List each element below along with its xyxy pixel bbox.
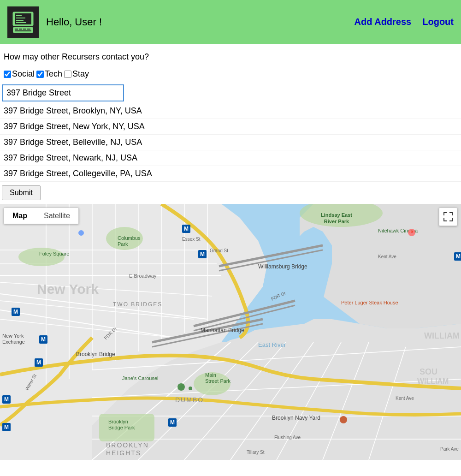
- svg-rect-2: [13, 27, 33, 33]
- app-logo: [7, 6, 39, 38]
- stay-checkbox-group: Stay: [64, 69, 89, 79]
- svg-text:Peter Luger Steak House: Peter Luger Steak House: [341, 300, 398, 305]
- svg-point-115: [177, 383, 185, 391]
- map-tabs: Map Satellite: [4, 208, 79, 224]
- svg-rect-9: [16, 18, 25, 18]
- svg-text:Park: Park: [118, 241, 128, 247]
- svg-rect-8: [16, 15, 22, 16]
- svg-rect-11: [16, 22, 26, 23]
- svg-text:Foley Square: Foley Square: [39, 251, 69, 256]
- stay-label: Stay: [72, 69, 89, 79]
- svg-rect-10: [16, 20, 24, 21]
- svg-rect-6: [27, 29, 30, 30]
- svg-point-116: [189, 387, 192, 390]
- svg-text:New York: New York: [37, 281, 99, 297]
- svg-text:Grand St: Grand St: [210, 248, 228, 253]
- map-container: Map Satellite: [0, 204, 461, 460]
- address-input-wrapper: [0, 83, 461, 103]
- svg-text:Park Ave: Park Ave: [440, 446, 459, 452]
- logout-link[interactable]: Logout: [422, 17, 454, 27]
- greeting-text: Hello, User !: [46, 16, 355, 28]
- svg-text:Brooklyn Navy Yard: Brooklyn Navy Yard: [272, 415, 320, 421]
- svg-text:Kent Ave: Kent Ave: [378, 254, 396, 259]
- svg-text:SOU: SOU: [420, 367, 437, 376]
- svg-text:M: M: [41, 336, 46, 343]
- svg-text:M: M: [4, 396, 9, 403]
- svg-text:Flushing Ave: Flushing Ave: [274, 435, 301, 440]
- svg-text:M: M: [184, 226, 189, 232]
- fullscreen-button[interactable]: [439, 208, 457, 226]
- map-tab-map[interactable]: Map: [4, 208, 35, 224]
- svg-rect-4: [19, 29, 22, 30]
- svg-text:WILLIAM: WILLIAM: [417, 377, 449, 385]
- social-checkbox-group: Social: [4, 69, 35, 79]
- map-svg: M M M M M M M M M Lindsay East River Par…: [0, 204, 461, 460]
- main-content: How may other Recursers contact you? Soc…: [0, 44, 461, 204]
- tech-checkbox-group: Tech: [36, 69, 62, 79]
- svg-text:Exchange: Exchange: [2, 339, 25, 345]
- svg-text:M: M: [13, 309, 18, 315]
- add-address-link[interactable]: Add Address: [355, 17, 412, 27]
- svg-text:M: M: [4, 424, 9, 430]
- contact-question-label: How may other Recursers contact you?: [0, 48, 461, 65]
- svg-text:Brooklyn: Brooklyn: [108, 419, 128, 424]
- header: Hello, User ! Add Address Logout: [0, 0, 461, 44]
- svg-text:M: M: [456, 253, 461, 260]
- svg-text:M: M: [170, 419, 175, 426]
- suggestion-item[interactable]: 397 Bridge Street, Brooklyn, NY, USA: [0, 103, 461, 119]
- svg-text:New York: New York: [2, 333, 24, 339]
- logo-icon: [11, 10, 35, 34]
- svg-text:Bridge Park: Bridge Park: [108, 425, 135, 430]
- stay-checkbox[interactable]: [64, 71, 71, 78]
- social-label: Social: [12, 69, 35, 79]
- svg-text:M: M: [36, 359, 41, 366]
- suggestion-item[interactable]: 397 Bridge Street, New York, NY, USA: [0, 119, 461, 135]
- svg-text:📍: 📍: [409, 230, 415, 236]
- suggestion-item[interactable]: 397 Bridge Street, Belleville, NJ, USA: [0, 135, 461, 150]
- tech-checkbox[interactable]: [36, 71, 44, 78]
- map-tab-satellite[interactable]: Satellite: [35, 208, 78, 224]
- svg-text:M: M: [200, 251, 205, 257]
- svg-text:Williamsburg Bridge: Williamsburg Bridge: [258, 263, 307, 270]
- svg-rect-7: [15, 30, 31, 31]
- svg-text:Kent Ave: Kent Ave: [396, 396, 414, 401]
- fullscreen-icon: [443, 212, 453, 222]
- svg-rect-3: [15, 29, 18, 30]
- svg-text:Essex St: Essex St: [182, 237, 201, 242]
- svg-point-117: [340, 416, 347, 423]
- svg-text:Manhattan Bridge: Manhattan Bridge: [201, 327, 244, 333]
- header-nav: Add Address Logout: [355, 17, 454, 27]
- svg-text:Brooklyn Bridge: Brooklyn Bridge: [76, 351, 115, 357]
- svg-text:Main: Main: [205, 372, 216, 378]
- checkboxes-group: Social Tech Stay: [0, 65, 461, 83]
- svg-text:Tillary St: Tillary St: [247, 450, 265, 455]
- svg-text:E Broadway: E Broadway: [129, 273, 157, 279]
- svg-rect-5: [23, 29, 26, 30]
- svg-text:Street Park: Street Park: [205, 378, 231, 384]
- svg-text:TWO BRIDGES: TWO BRIDGES: [113, 301, 162, 308]
- suggestion-item[interactable]: 397 Bridge Street, Newark, NJ, USA: [0, 150, 461, 166]
- tech-label: Tech: [45, 69, 62, 79]
- svg-text:BROOKLYN: BROOKLYN: [106, 441, 149, 449]
- svg-text:WILLIAM: WILLIAM: [424, 331, 460, 340]
- submit-button[interactable]: Submit: [2, 185, 41, 200]
- svg-text:Columbus: Columbus: [118, 235, 141, 241]
- address-suggestions: 397 Bridge Street, Brooklyn, NY, USA397 …: [0, 103, 461, 182]
- svg-text:Jane's Carousel: Jane's Carousel: [122, 375, 159, 381]
- svg-text:River Park: River Park: [324, 219, 349, 224]
- social-checkbox[interactable]: [4, 71, 11, 78]
- address-input[interactable]: [2, 84, 124, 101]
- svg-text:East River: East River: [258, 341, 286, 348]
- suggestion-item[interactable]: 397 Bridge Street, Collegeville, PA, USA: [0, 166, 461, 182]
- svg-text:Lindsay East: Lindsay East: [321, 212, 352, 218]
- svg-text:HEIGHTS: HEIGHTS: [106, 449, 141, 457]
- svg-point-118: [78, 230, 84, 236]
- svg-text:DUMBO: DUMBO: [175, 396, 204, 404]
- svg-point-51: [18, 248, 65, 266]
